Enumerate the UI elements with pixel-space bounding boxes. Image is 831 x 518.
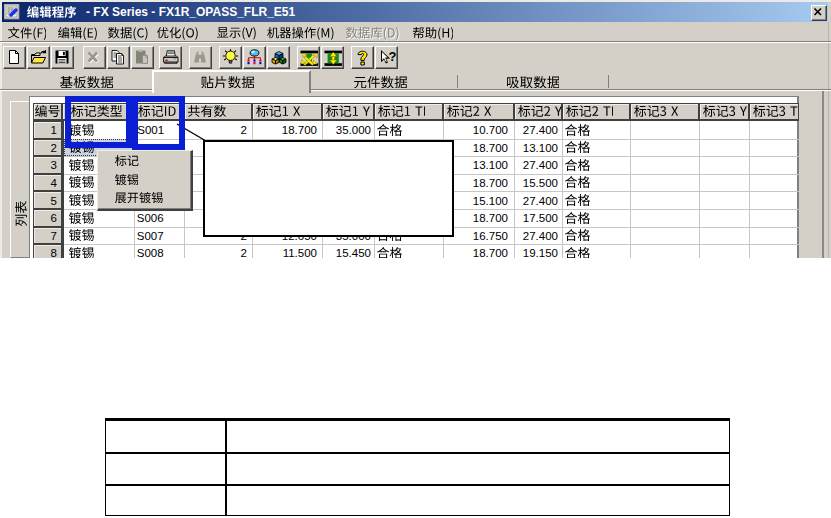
svg-text:?: ? [389, 49, 397, 64]
